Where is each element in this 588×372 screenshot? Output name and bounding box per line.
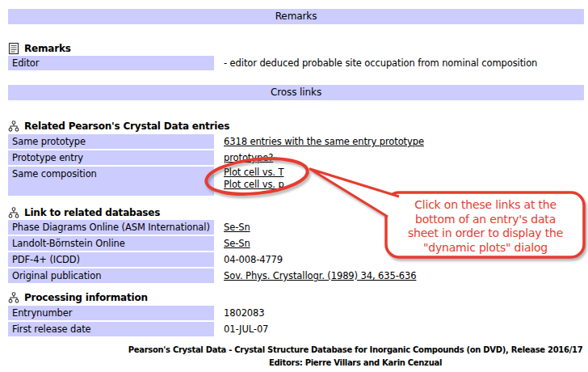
related-entries-heading: Related Pearson's Crystal Data entries: [8, 120, 229, 133]
section-title-text: Related Pearson's Crystal Data entries: [24, 120, 229, 132]
section-title-text: Processing information: [24, 292, 148, 303]
row-label: Original publication: [8, 268, 214, 283]
processing-info-heading: Processing information: [8, 291, 148, 304]
entry-number-value: 1802083: [224, 306, 265, 320]
plot-cell-vs-t-link[interactable]: Plot cell vs. T: [224, 167, 284, 179]
footer-editors-line: Editors: Pierre Villars and Karin Cenzua…: [123, 358, 588, 367]
remarks-heading: Remarks: [8, 42, 71, 55]
annotation-callout-text: Click on these links at the bottom of an…: [388, 198, 582, 255]
related-databases-heading: Link to related databases: [8, 206, 160, 219]
cross-links-section-band: Cross links: [8, 85, 584, 100]
row-label: Entrynumber: [8, 306, 214, 320]
first-release-date-value: 01-JUL-07: [224, 322, 268, 336]
row-label: Same composition: [8, 167, 214, 196]
section-title-text: Remarks: [24, 43, 71, 54]
landolt-boernstein-link[interactable]: Se-Sn: [224, 236, 250, 251]
pdf4-number: 04-008-4779: [224, 252, 283, 267]
row-label: Same prototype: [8, 134, 214, 149]
sitemap-icon: [8, 207, 19, 218]
sitemap-icon: [8, 120, 19, 132]
same-composition-links: Plot cell vs. T Plot cell vs. p: [224, 167, 284, 191]
asm-phase-diagrams-link[interactable]: Se-Sn: [224, 220, 250, 235]
row-label: Landolt-Börnstein Online: [8, 236, 214, 251]
row-label: Prototype entry: [8, 150, 214, 165]
same-prototype-link[interactable]: 6318 entries with the same entry prototy…: [224, 134, 424, 149]
footer-release-line: Pearson's Crystal Data - Crystal Structu…: [123, 345, 588, 354]
annotation-callout-tail: [310, 169, 399, 217]
row-label: First release date: [8, 322, 214, 336]
row-label: PDF-4+ (ICDD): [8, 252, 214, 267]
sitemap-icon: [8, 292, 19, 303]
annotation-callout-bubble: [386, 192, 584, 257]
plot-cell-vs-p-link[interactable]: Plot cell vs. p: [224, 179, 284, 191]
pcd-datasheet-page: { "bars": { "remarks": "Remarks", "cross…: [0, 0, 588, 372]
note-icon: [8, 42, 19, 55]
section-title-text: Link to related databases: [24, 207, 160, 218]
original-publication-link[interactable]: Sov. Phys. Crystallogr. (1989) 34, 635-6…: [224, 268, 416, 283]
prototype-entry-link[interactable]: prototype?: [224, 150, 273, 165]
remarks-section-band: Remarks: [8, 9, 584, 24]
row-value: - editor deduced probable site occupatio…: [224, 56, 537, 70]
row-label: Editor: [8, 56, 214, 70]
row-label: Phase Diagrams Online (ASM International…: [8, 220, 214, 235]
